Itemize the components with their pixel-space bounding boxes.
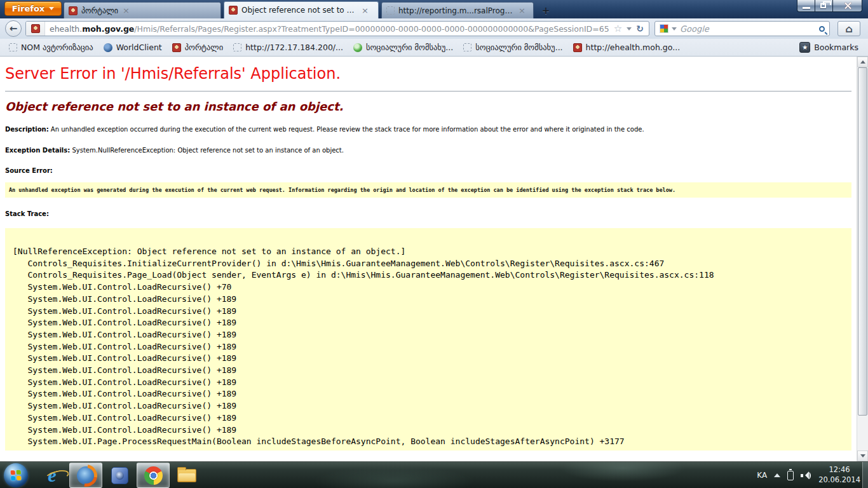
url-path: /Hmis/Referrals/Pages/Register.aspx?Trea… [134, 24, 608, 34]
tab-close-icon[interactable]: × [122, 6, 130, 15]
taskbar-chrome[interactable] [137, 463, 170, 488]
reload-icon[interactable]: ↻ [636, 24, 644, 34]
battery-icon[interactable] [787, 471, 794, 480]
stack-trace-line: Controls_Requisites.Page_Load(Object sen… [13, 269, 848, 281]
search-magnifier-icon[interactable] [819, 26, 825, 32]
scrollbar-thumb[interactable] [858, 67, 867, 416]
tab-reporting[interactable]: http://reporting.m...rsalPrograms.aspx × [381, 2, 534, 18]
exception-text: System.NullReferenceException: Object re… [70, 147, 344, 154]
restore-button[interactable] [815, 0, 833, 12]
search-engine-dropdown-icon[interactable] [672, 27, 677, 30]
clock-time: 12:46 [829, 465, 850, 474]
green-globe-icon [353, 43, 362, 52]
placeholder-favicon-icon [233, 43, 241, 51]
taskbar-apps: e [36, 463, 203, 488]
taskbar-firefox[interactable] [69, 463, 102, 488]
taskbar-internet-explorer[interactable]: e [36, 463, 69, 488]
bookmarks-menu-button[interactable]: ★ Bookmarks [794, 42, 864, 53]
arrow-down-icon [860, 454, 865, 458]
google-engine-icon[interactable] [660, 24, 668, 33]
firefox-icon [77, 466, 95, 485]
close-button[interactable] [833, 0, 862, 12]
stack-trace-line: System.Web.UI.Control.LoadRecursive() +1… [13, 329, 848, 341]
exception-label: Exception Details: [5, 147, 70, 154]
bookmark-star-icon[interactable]: ☆ [614, 23, 622, 34]
back-arrow-icon: ← [10, 23, 18, 34]
taskbar-explorer[interactable] [170, 463, 203, 488]
bookmark-item-social-1[interactable]: სოციალური მომსახუ... [348, 41, 458, 55]
bookmarks-toolbar: NOM ავტორიზაცია WorldClient პორტალი http… [0, 39, 868, 57]
tab-strip: პორტალი × Object reference not set to an… [64, 1, 553, 18]
site-identity-chip[interactable] [26, 22, 45, 36]
bookmark-item-ehealth[interactable]: http://ehealth.moh.go... [568, 41, 686, 55]
stack-trace-line: Controls_Requisites.InitializeCurrentPro… [13, 258, 848, 270]
scroll-up-button[interactable] [857, 57, 868, 67]
tab-portal[interactable]: პორტალი × [64, 2, 221, 18]
bookmark-item-ip[interactable]: http://172.17.184.200/... [228, 41, 348, 55]
bookmarks-star-icon: ★ [799, 42, 810, 53]
description-label: Description: [5, 126, 49, 133]
clock-date: 20.06.2014 [818, 475, 860, 484]
taskbar: e KA 12:46 20.06.2014 [0, 461, 868, 488]
error-description: Description: An unhandled exception occu… [5, 125, 851, 134]
tab-error-page[interactable]: Object reference not set to an instanc..… [224, 1, 379, 18]
start-button[interactable] [4, 463, 28, 487]
globe-icon [104, 43, 112, 52]
back-button[interactable]: ← [5, 20, 22, 37]
home-button[interactable]: ⌂ [837, 21, 860, 36]
show-desktop-button[interactable] [862, 462, 868, 488]
bookmarks-menu-label: Bookmarks [814, 43, 858, 52]
window-controls [797, 0, 862, 12]
stack-trace-line: System.Web.UI.Control.LoadRecursive() +1… [13, 424, 848, 437]
url-bar[interactable]: ehealth.moh.gov.ge/Hmis/Referrals/Pages/… [25, 21, 649, 36]
firefox-menu-button[interactable]: Firefox [4, 1, 62, 16]
internet-explorer-icon: e [48, 464, 56, 486]
exception-details: Exception Details: System.NullReferenceE… [5, 146, 851, 155]
tab-title: Object reference not set to an instanc..… [241, 6, 357, 15]
error-page-content: Server Error in '/Hmis/Referrals' Applic… [0, 57, 857, 461]
vertical-scrollbar[interactable] [857, 57, 868, 461]
tab-close-icon[interactable]: × [518, 6, 526, 15]
language-indicator[interactable]: KA [757, 471, 767, 480]
placeholder-favicon-icon [463, 43, 471, 51]
url-dropdown-icon[interactable] [627, 27, 632, 30]
titlebar: Firefox პორტალი × Object reference not s… [0, 0, 868, 18]
scroll-down-button[interactable] [857, 451, 868, 461]
minimize-button[interactable] [797, 0, 815, 12]
stack-trace-line: System.Web.UI.Page.ProcessRequestMain(Bo… [13, 436, 848, 448]
stack-trace-line: System.Web.UI.Control.LoadRecursive() +7… [13, 281, 848, 294]
stack-trace-line: System.Web.UI.Control.LoadRecursive() +1… [13, 341, 848, 353]
search-input[interactable] [680, 24, 816, 34]
tab-close-icon[interactable]: × [361, 6, 369, 15]
stack-trace-box: [NullReferenceException: Object referenc… [5, 228, 851, 451]
bookmark-item-portal[interactable]: პორტალი [167, 41, 228, 55]
clock[interactable]: 12:46 20.06.2014 [818, 465, 860, 485]
site-favicon-icon [573, 43, 582, 52]
stack-trace-line: System.Web.UI.Control.LoadRecursive() +1… [13, 412, 848, 424]
bookmark-item-worldclient[interactable]: WorldClient [98, 41, 167, 55]
stack-trace-line: System.Web.UI.Control.LoadRecursive() +1… [13, 317, 848, 329]
url-subdomain: ehealth. [50, 24, 82, 34]
stack-trace-line: System.Web.UI.Control.LoadRecursive() +1… [13, 377, 848, 389]
site-favicon-icon [172, 43, 181, 52]
site-favicon-icon [31, 24, 40, 33]
stack-trace-label: Stack Trace: [5, 210, 851, 217]
taskbar-media-app[interactable] [103, 463, 136, 488]
source-error-box: An unhandled exception was generated dur… [5, 182, 851, 198]
hidden-icons-arrow-icon[interactable] [774, 473, 780, 477]
volume-icon[interactable] [801, 471, 811, 480]
stack-trace-line: System.Web.UI.Control.LoadRecursive() +1… [13, 388, 848, 400]
new-tab-button[interactable]: + [538, 4, 553, 17]
placeholder-favicon-icon [386, 6, 395, 15]
stack-trace-line: System.Web.UI.Control.LoadRecursive() +1… [13, 306, 848, 318]
bookmark-item-social-2[interactable]: სოციალური მომსახუ... [458, 41, 567, 55]
search-bar[interactable] [654, 21, 830, 36]
divider [5, 91, 851, 92]
bookmark-item-nom[interactable]: NOM ავტორიზაცია [4, 41, 98, 55]
url-bar-actions: ☆ ↻ [609, 23, 649, 34]
bookmark-label: http://ehealth.moh.go... [586, 43, 681, 52]
page-title: Server Error in '/Hmis/Referrals' Applic… [5, 65, 851, 83]
stack-trace-line: System.Web.UI.Control.LoadRecursive() +1… [13, 400, 848, 412]
stack-trace-line: System.Web.UI.Control.LoadRecursive() +1… [13, 365, 848, 377]
restore-icon [820, 3, 826, 8]
